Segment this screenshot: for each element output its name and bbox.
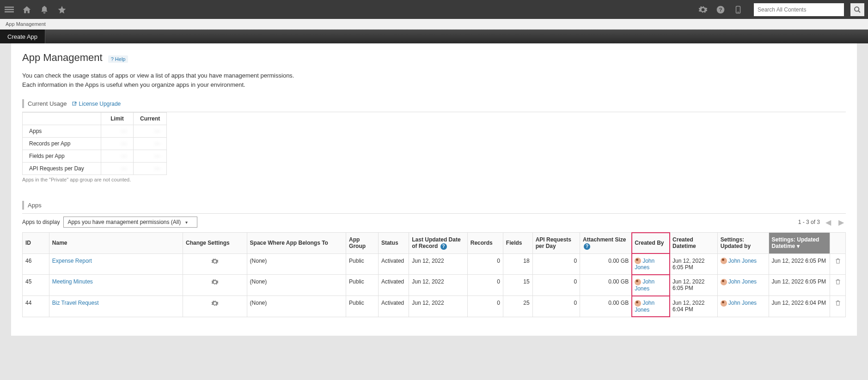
secondary-bar: Create App <box>0 30 868 43</box>
cell-id: 44 <box>23 296 49 317</box>
create-app-button[interactable]: Create App <box>0 30 45 43</box>
cell-records: 0 <box>467 296 503 317</box>
svg-line-8 <box>858 11 860 12</box>
cell-created-datetime: Jun 12, 2022 6:05 PM <box>670 275 718 296</box>
trash-icon[interactable] <box>835 301 841 308</box>
col-id[interactable]: ID <box>23 233 49 254</box>
cell-last-updated: Jun 12, 2022 <box>409 253 468 275</box>
intro-line: Each information in the Apps is useful w… <box>22 80 846 90</box>
search-input[interactable] <box>758 6 840 13</box>
col-records[interactable]: Records <box>467 233 503 254</box>
cell-status: Activated <box>378 275 409 296</box>
svg-rect-1 <box>5 9 14 10</box>
search-box <box>754 3 844 16</box>
search-button[interactable] <box>850 3 864 16</box>
gear-icon[interactable] <box>211 278 219 286</box>
cell-name: Biz Travel Request <box>49 296 183 317</box>
apps-display-select[interactable]: Apps you have management permissions (Al… <box>63 217 197 228</box>
col-fields[interactable]: Fields <box>503 233 532 254</box>
usage-row: Records per App — — <box>23 138 167 150</box>
col-created-by[interactable]: Created By <box>632 233 670 254</box>
cell-created-datetime: Jun 12, 2022 6:04 PM <box>670 296 718 317</box>
help-link[interactable]: ? Help <box>108 55 128 63</box>
col-last-updated[interactable]: Last Updated Date of Record ? <box>409 233 468 254</box>
svg-rect-9 <box>73 102 76 105</box>
topbar-left <box>4 4 67 15</box>
usage-heading: Current Usage License Upgrade <box>22 99 846 108</box>
cell-delete <box>830 253 846 275</box>
breadcrumb: App Management <box>0 19 868 30</box>
app-name-link[interactable]: Meeting Minutes <box>52 278 93 285</box>
avatar <box>635 279 641 285</box>
cell-fields: 25 <box>503 296 532 317</box>
col-status[interactable]: Status <box>378 233 409 254</box>
device-icon[interactable] <box>733 4 744 15</box>
trash-icon[interactable] <box>835 259 841 265</box>
apps-table: ID Name Change Settings Space Where App … <box>22 232 846 317</box>
bell-icon[interactable] <box>39 4 50 15</box>
prev-page-button[interactable]: ◀ <box>824 218 833 227</box>
apps-controls: Apps to display Apps you have management… <box>22 217 846 228</box>
cell-settings-updated-by: John Jones <box>717 275 769 296</box>
page-info: 1 - 3 of 3 <box>798 219 820 225</box>
cell-api: 0 <box>532 296 580 317</box>
help-icon[interactable]: ? <box>715 4 726 15</box>
help-icon[interactable]: ? <box>584 243 590 250</box>
topbar-right: ? <box>697 3 864 16</box>
usage-current: — <box>134 138 167 150</box>
col-attachment-size[interactable]: Attachment Size ? <box>580 233 632 254</box>
cell-fields: 15 <box>503 275 532 296</box>
usage-current: — <box>134 150 167 163</box>
usage-row: Apps — — <box>23 125 167 138</box>
trash-icon[interactable] <box>835 280 841 286</box>
cell-attachment: 0.00 GB <box>580 275 632 296</box>
col-settings-updated-by[interactable]: Settings: Updated by <box>717 233 769 254</box>
avatar <box>635 258 641 264</box>
star-icon[interactable] <box>56 4 67 15</box>
external-icon <box>72 101 77 107</box>
usage-current: — <box>134 125 167 138</box>
cell-change-settings <box>183 253 247 275</box>
usage-row-label: Fields per App <box>23 150 101 163</box>
cell-records: 0 <box>467 275 503 296</box>
app-name-link[interactable]: Expense Report <box>52 258 92 264</box>
col-app-group[interactable]: App Group <box>346 233 379 254</box>
usage-heading-label: Current Usage <box>28 100 67 107</box>
usage-col-current: Current <box>134 113 167 125</box>
gear-icon[interactable] <box>697 4 709 15</box>
user-link[interactable]: John Jones <box>728 258 757 264</box>
next-page-button[interactable]: ▶ <box>837 218 846 227</box>
col-api[interactable]: API Requests per Day <box>532 233 580 254</box>
table-row: 45 Meeting Minutes (None) Public Activat… <box>23 275 846 296</box>
svg-rect-2 <box>5 11 14 12</box>
cell-id: 45 <box>23 275 49 296</box>
page-title: App Management <box>22 52 103 64</box>
app-name-link[interactable]: Biz Travel Request <box>52 300 99 306</box>
user-link[interactable]: John Jones <box>728 278 757 285</box>
usage-row-label: API Requests per Day <box>23 163 101 175</box>
cell-group: Public <box>346 253 379 275</box>
cell-settings-updated-datetime: Jun 12, 2022 6:05 PM <box>769 275 830 296</box>
cell-settings-updated-by: John Jones <box>717 296 769 317</box>
cell-created-by: John Jones <box>632 253 670 275</box>
col-settings-updated-datetime[interactable]: Settings: Updated Datetime ▾ <box>769 233 830 254</box>
table-row: 46 Expense Report (None) Public Activate… <box>23 253 846 275</box>
menu-icon[interactable] <box>4 4 15 15</box>
col-space[interactable]: Space Where App Belongs To <box>247 233 346 254</box>
cell-settings-updated-by: John Jones <box>717 253 769 275</box>
home-icon[interactable] <box>21 4 32 15</box>
user-link[interactable]: John Jones <box>728 300 757 306</box>
cell-group: Public <box>346 275 379 296</box>
cell-records: 0 <box>467 253 503 275</box>
col-name[interactable]: Name <box>49 233 183 254</box>
cell-fields: 18 <box>503 253 532 275</box>
cell-created-by: John Jones <box>632 275 670 296</box>
license-upgrade-link[interactable]: License Upgrade <box>72 101 121 107</box>
col-created-datetime[interactable]: Created Datetime <box>670 233 718 254</box>
cell-created-datetime: Jun 12, 2022 6:05 PM <box>670 253 718 275</box>
help-icon[interactable]: ? <box>440 243 447 250</box>
col-change-settings[interactable]: Change Settings <box>183 233 247 254</box>
cell-api: 0 <box>532 253 580 275</box>
gear-icon[interactable] <box>211 258 219 265</box>
gear-icon[interactable] <box>211 300 219 307</box>
